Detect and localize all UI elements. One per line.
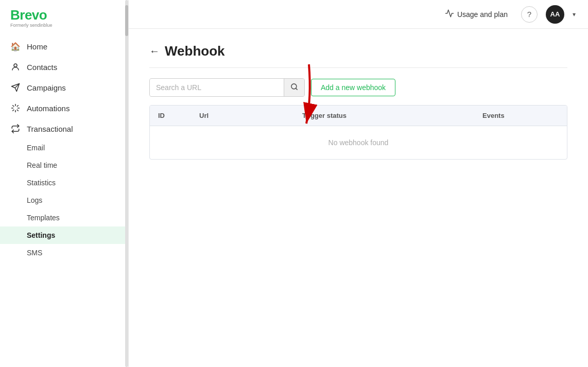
header: Usage and plan ? AA ▾ <box>129 0 588 29</box>
automations-icon <box>10 103 21 113</box>
sub-nav-real-time-label: Real time <box>27 161 57 169</box>
sidebar-item-automations-label: Automations <box>27 104 70 113</box>
search-button[interactable] <box>284 79 304 96</box>
nav-list: 🏠 Home Contacts Campaigns Automations <box>0 34 128 367</box>
svg-point-0 <box>14 64 17 67</box>
table-header-id: ID <box>150 106 191 126</box>
campaigns-icon <box>10 82 21 93</box>
webhook-table: ID Url Trigger status Events No webhook … <box>149 105 567 160</box>
sub-nav-email[interactable]: Email <box>0 139 128 156</box>
usage-plan-label: Usage and plan <box>457 10 508 19</box>
usage-plan-icon <box>445 9 454 20</box>
sidebar-item-campaigns-label: Campaigns <box>27 83 66 92</box>
sidebar-scrollbar-thumb[interactable] <box>125 5 128 36</box>
search-input[interactable] <box>150 79 284 96</box>
sub-nav-settings-label: Settings <box>27 231 55 239</box>
sidebar-item-transactional-label: Transactional <box>27 125 73 133</box>
add-webhook-button[interactable]: Add a new webhook <box>311 79 395 96</box>
main-area: Usage and plan ? AA ▾ ← Webhook <box>129 0 588 367</box>
help-icon: ? <box>527 10 531 19</box>
toolbar: Add a new webhook <box>149 78 567 97</box>
sidebar-item-contacts-label: Contacts <box>27 63 57 72</box>
logo-block: Brevo Formerly sendinblue <box>10 8 53 28</box>
sidebar-item-home[interactable]: 🏠 Home <box>0 36 128 57</box>
transactional-icon <box>10 124 21 134</box>
sidebar-scrollbar[interactable] <box>125 0 128 367</box>
sidebar: Brevo Formerly sendinblue 🏠 Home Contact… <box>0 0 129 367</box>
table-empty-message: No webhook found <box>150 126 567 159</box>
brand-sub: Formerly sendinblue <box>10 23 53 28</box>
avatar-button[interactable]: AA <box>546 5 564 24</box>
table-header-trigger: Trigger status <box>294 106 474 126</box>
chevron-down-icon[interactable]: ▾ <box>573 11 576 18</box>
sub-nav-templates[interactable]: Templates <box>0 209 128 226</box>
back-arrow[interactable]: ← <box>149 45 160 57</box>
sub-nav-logs-label: Logs <box>27 196 42 204</box>
table-header-events: Events <box>474 106 567 126</box>
sub-nav: Email Real time Statistics Logs Template… <box>0 139 128 261</box>
sidebar-item-contacts[interactable]: Contacts <box>0 57 128 77</box>
sub-nav-sms-label: SMS <box>27 249 42 257</box>
sub-nav-sms[interactable]: SMS <box>0 244 128 261</box>
help-button[interactable]: ? <box>521 6 538 23</box>
sub-nav-statistics-label: Statistics <box>27 179 56 187</box>
page-content: ← Webhook Add a new webhook <box>129 29 588 367</box>
sidebar-item-automations[interactable]: Automations <box>0 98 128 118</box>
search-wrapper <box>149 78 305 97</box>
sidebar-item-campaigns[interactable]: Campaigns <box>0 77 128 98</box>
home-icon: 🏠 <box>10 41 21 51</box>
sub-nav-statistics[interactable]: Statistics <box>0 174 128 191</box>
table-header: ID Url Trigger status Events <box>150 106 567 126</box>
sub-nav-templates-label: Templates <box>27 214 60 222</box>
svg-line-4 <box>296 88 297 90</box>
sub-nav-real-time[interactable]: Real time <box>0 156 128 174</box>
search-icon <box>290 83 298 92</box>
table-header-url: Url <box>191 106 294 126</box>
sidebar-item-home-label: Home <box>27 42 47 51</box>
page-header: ← Webhook <box>149 43 567 68</box>
sub-nav-settings[interactable]: Settings <box>0 226 128 244</box>
page-title: Webhook <box>165 43 225 59</box>
logo-area[interactable]: Brevo Formerly sendinblue <box>0 0 128 34</box>
usage-plan-button[interactable]: Usage and plan <box>440 6 513 23</box>
sub-nav-email-label: Email <box>27 144 45 152</box>
sidebar-item-transactional[interactable]: Transactional <box>0 118 128 139</box>
brand-name: Brevo <box>10 8 53 22</box>
sub-nav-logs[interactable]: Logs <box>0 191 128 209</box>
avatar-initials: AA <box>550 10 560 18</box>
contacts-icon <box>10 62 21 72</box>
